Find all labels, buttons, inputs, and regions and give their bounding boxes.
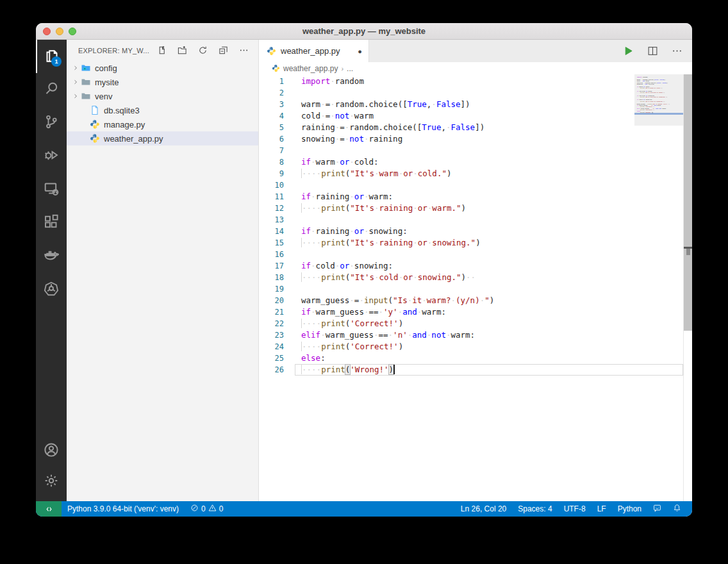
code-line-24[interactable]: 24····print('Correct!'): [259, 341, 683, 352]
code-line-4[interactable]: 4cold·=·not·warm: [259, 110, 683, 122]
vertical-scrollbar[interactable]: [683, 74, 692, 501]
activity-bar-item-remote-explorer[interactable]: [36, 173, 67, 206]
code-editor[interactable]: 1import·random23warm·=·random.choice([Tr…: [259, 74, 692, 501]
activity-bar-item-docker[interactable]: [36, 240, 67, 273]
code-line-23[interactable]: 23elif·warm_guess·==·'n'·and·not·warm:: [259, 329, 683, 341]
python-interpreter-status[interactable]: Python 3.9.0 64-bit ('venv': venv): [62, 501, 185, 517]
more-actions-button[interactable]: [238, 45, 249, 56]
code-line-25[interactable]: 25else:: [259, 352, 683, 364]
line-number[interactable]: 12: [259, 203, 295, 214]
line-number[interactable]: 13: [259, 214, 295, 226]
code-line-7[interactable]: 7: [259, 145, 683, 156]
line-number[interactable]: 24: [259, 341, 295, 352]
more-editor-actions-button[interactable]: [670, 45, 683, 58]
line-number[interactable]: 5: [259, 122, 295, 133]
code-line-10[interactable]: 10: [259, 179, 683, 191]
line-number[interactable]: 20: [259, 295, 295, 306]
activity-bar-item-search[interactable]: [36, 73, 67, 106]
line-number[interactable]: 11: [259, 191, 295, 203]
new-file-button[interactable]: [156, 45, 167, 56]
tab-weather-app[interactable]: weather_app.py ●: [259, 40, 369, 62]
activity-bar-item-run-debug[interactable]: [36, 140, 67, 173]
cursor-position-status[interactable]: Ln 26, Col 20: [455, 501, 512, 517]
code-line-22[interactable]: 22····print('Correct!'): [259, 318, 683, 329]
activity-bar-item-accounts[interactable]: [36, 436, 67, 467]
minimize-button[interactable]: [56, 28, 63, 35]
code-line-5[interactable]: 5raining·=·random.choice([True,·False]): [259, 122, 683, 133]
line-number[interactable]: 14: [259, 226, 295, 237]
code-line-9[interactable]: 9····print("It's·warm·or·cold."): [259, 168, 683, 179]
line-number[interactable]: 4: [259, 110, 295, 122]
notifications-status[interactable]: [667, 501, 687, 517]
code-line-6[interactable]: 6snowing·=·not·raining: [259, 133, 683, 145]
line-number[interactable]: 17: [259, 260, 295, 272]
editor-group: weather_app.py ● weather_app.py › ... 1i…: [259, 40, 692, 501]
line-number[interactable]: 26: [259, 364, 295, 376]
line-number[interactable]: 23: [259, 329, 295, 341]
activity-bar-item-source-control[interactable]: [36, 106, 67, 140]
activity-bar-item-extensions[interactable]: [36, 206, 67, 240]
problems-status[interactable]: 00: [185, 501, 229, 517]
code-line-11[interactable]: 11if·raining·or·warm:: [259, 191, 683, 203]
line-number[interactable]: 1: [259, 76, 295, 87]
code-line-13[interactable]: 13: [259, 214, 683, 226]
code-line-14[interactable]: 14if·raining·or·snowing:: [259, 226, 683, 237]
code-line-26[interactable]: 26····print('Wrong!'): [259, 364, 683, 376]
line-number[interactable]: 19: [259, 283, 295, 295]
activity-bar-item-explorer[interactable]: 1: [36, 40, 67, 73]
collapse-folders-button[interactable]: [217, 45, 229, 56]
line-number[interactable]: 2: [259, 87, 295, 99]
line-number[interactable]: 25: [259, 352, 295, 364]
code-line-16[interactable]: 16: [259, 249, 683, 260]
close-button[interactable]: [43, 28, 51, 35]
activity-bar-item-kubernetes[interactable]: [36, 273, 67, 306]
line-number[interactable]: 10: [259, 179, 295, 191]
encoding-status[interactable]: UTF-8: [558, 501, 592, 517]
code-line-12[interactable]: 12····print("It's·raining·or·warm."): [259, 203, 683, 214]
scrollbar-thumb[interactable]: [684, 74, 692, 331]
activity-bar-item-settings[interactable]: [36, 467, 67, 497]
tree-item-db-sqlite3[interactable]: db.sqlite3: [67, 103, 258, 117]
code-line-18[interactable]: 18····print("It's·cold·or·snowing.")··: [259, 272, 683, 283]
line-number[interactable]: 16: [259, 249, 295, 260]
breadcrumb-more[interactable]: ...: [347, 64, 353, 73]
line-number[interactable]: 3: [259, 99, 295, 110]
code-line-19[interactable]: 19: [259, 283, 683, 295]
line-number[interactable]: 18: [259, 272, 295, 283]
indentation-status[interactable]: Spaces: 4: [512, 501, 558, 517]
line-number[interactable]: 8: [259, 156, 295, 168]
code-line-20[interactable]: 20warm_guess·=·input("Is·it·warm?·(y/n)·…: [259, 295, 683, 306]
refresh-button[interactable]: [197, 45, 208, 56]
tree-item-venv[interactable]: venv: [67, 89, 258, 103]
code-line-21[interactable]: 21if·warm_guess·==·'y'·and·warm:: [259, 306, 683, 318]
new-folder-button[interactable]: [176, 45, 188, 56]
language-mode-status[interactable]: Python: [612, 501, 647, 517]
tree-item-mysite[interactable]: mysite: [67, 75, 258, 89]
feedback-status[interactable]: [647, 501, 667, 517]
run-python-file-button[interactable]: [622, 45, 634, 58]
tree-item-config[interactable]: config: [67, 61, 258, 75]
code-line-1[interactable]: 1import·random: [259, 76, 683, 87]
tree-item-manage-py[interactable]: manage.py: [67, 117, 258, 131]
line-number[interactable]: 6: [259, 133, 295, 145]
line-number[interactable]: 9: [259, 168, 295, 179]
split-editor-button[interactable]: [646, 45, 659, 58]
code-line-8[interactable]: 8if·warm·or·cold:: [259, 156, 683, 168]
code-line-3[interactable]: 3warm·=·random.choice([True,·False]): [259, 99, 683, 110]
zoom-button[interactable]: [69, 28, 76, 35]
line-number[interactable]: 21: [259, 306, 295, 318]
tree-item-weather-app-py[interactable]: weather_app.py: [67, 131, 258, 145]
chevron-right-icon[interactable]: [70, 65, 81, 70]
eol-status[interactable]: LF: [592, 501, 612, 517]
line-number[interactable]: 15: [259, 237, 295, 249]
chevron-right-icon[interactable]: [70, 79, 81, 85]
line-number[interactable]: 22: [259, 318, 295, 329]
line-number[interactable]: 7: [259, 145, 295, 156]
code-line-17[interactable]: 17if·cold·or·snowing:: [259, 260, 683, 272]
chevron-right-icon[interactable]: [70, 94, 81, 99]
code-line-15[interactable]: 15····print("It's·raining·or·snowing."): [259, 237, 683, 249]
code-line-2[interactable]: 2: [259, 87, 683, 99]
remote-indicator[interactable]: [36, 501, 62, 517]
breadcrumb-file[interactable]: weather_app.py: [283, 64, 338, 73]
minimap[interactable]: import·randomwarm·=·random.choice([True,…: [634, 74, 683, 501]
